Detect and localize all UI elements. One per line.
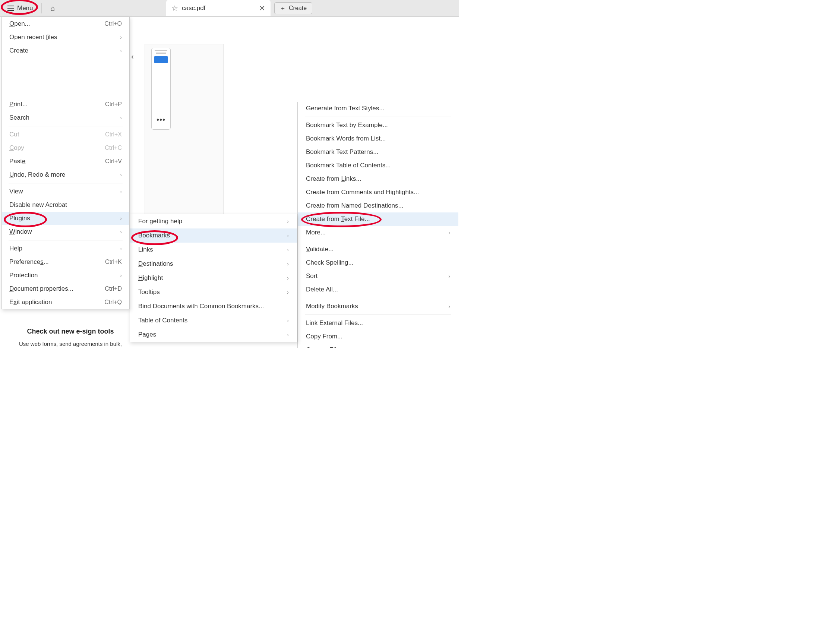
bm-create-from-text-file[interactable]: Create from Text File...	[298, 212, 458, 226]
menu-cut: Cut Ctrl+X	[2, 128, 129, 141]
esign-subtitle: Use web forms, send agreements in bulk,	[9, 341, 132, 347]
shortcut: Ctrl+O	[104, 21, 122, 27]
create-button[interactable]: ＋ Create	[274, 2, 312, 14]
submenu-highlight[interactable]: Highlight ›	[130, 271, 297, 285]
chevron-right-icon: ›	[120, 229, 122, 235]
menu-open[interactable]: Open... Ctrl+O	[2, 17, 129, 31]
bm-create-from-comments[interactable]: Create from Comments and Highlights...	[298, 186, 458, 199]
bm-copy-to-files[interactable]: Copy to Files...	[298, 343, 458, 348]
menu-open-recent[interactable]: Open recent files ›	[2, 31, 129, 44]
submenu-for-getting-help[interactable]: For getting help ›	[130, 214, 297, 228]
tab-title: casc.pdf	[182, 5, 255, 12]
menu-create[interactable]: Create ›	[2, 44, 129, 57]
bm-validate[interactable]: Validate...	[298, 243, 458, 256]
chevron-right-icon: ›	[120, 215, 122, 222]
menu-search[interactable]: Search ›	[2, 111, 129, 125]
submenu-pages[interactable]: Pages ›	[130, 328, 297, 342]
toolbar-divider	[41, 3, 42, 13]
menu-print[interactable]: Print... Ctrl+P	[2, 98, 129, 111]
shortcut: Ctrl+K	[105, 259, 122, 265]
menu-preferences[interactable]: Preferences... Ctrl+K	[2, 255, 129, 269]
bm-create-from-named-destinations[interactable]: Create from Named Destinations...	[298, 199, 458, 212]
menu-plugins[interactable]: Plugins ›	[2, 212, 129, 225]
star-icon[interactable]: ☆	[171, 4, 178, 13]
menu-document-properties[interactable]: Document properties... Ctrl+D	[2, 282, 129, 296]
create-label: Create	[289, 5, 307, 11]
bm-copy-from[interactable]: Copy From...	[298, 330, 458, 343]
shortcut: Ctrl+P	[105, 101, 122, 108]
menu-label: Menu	[17, 5, 33, 12]
document-tab[interactable]: ☆ casc.pdf ✕	[166, 0, 270, 16]
plus-icon: ＋	[280, 5, 286, 12]
submenu-tooltips[interactable]: Tooltips ›	[130, 285, 297, 299]
bm-table-of-contents[interactable]: Bookmark Table of Contents...	[298, 159, 458, 172]
chevron-right-icon: ›	[448, 230, 450, 236]
chevron-right-icon: ›	[287, 247, 289, 253]
bm-sort[interactable]: Sort ›	[298, 269, 458, 283]
bm-modify-bookmarks[interactable]: Modify Bookmarks ›	[298, 299, 458, 313]
menu-undo-redo[interactable]: Undo, Redo & more ›	[2, 168, 129, 181]
chevron-right-icon: ›	[448, 273, 450, 279]
menu-separator	[8, 183, 123, 183]
shortcut: Ctrl+V	[105, 158, 122, 165]
bm-link-external-files[interactable]: Link External Files...	[298, 316, 458, 330]
menu-separator	[305, 117, 451, 117]
bm-generate-from-text-styles[interactable]: Generate from Text Styles...	[298, 102, 458, 115]
menu-view[interactable]: View ›	[2, 185, 129, 198]
menu-separator	[8, 240, 123, 240]
chevron-right-icon: ›	[287, 218, 289, 224]
chevron-right-icon: ›	[120, 48, 122, 53]
menu-disable-new-acrobat[interactable]: Disable new Acrobat	[2, 198, 129, 212]
menu-separator	[305, 314, 451, 315]
toolbar: Menu ⌂ ☆ casc.pdf ✕ ＋ Create	[0, 0, 459, 17]
chevron-right-icon: ›	[287, 261, 289, 267]
bm-check-spelling[interactable]: Check Spelling...	[298, 256, 458, 269]
menu-button[interactable]: Menu	[3, 2, 38, 14]
submenu-bind-documents[interactable]: Bind Documents with Common Bookmarks...	[130, 299, 297, 314]
chevron-right-icon: ›	[120, 246, 122, 252]
submenu-destinations[interactable]: Destinations ›	[130, 257, 297, 271]
shortcut: Ctrl+X	[105, 131, 122, 138]
shortcut: Ctrl+Q	[104, 299, 122, 306]
menu-help[interactable]: Help ›	[2, 242, 129, 255]
menu-copy: Copy Ctrl+C	[2, 141, 129, 155]
chevron-right-icon: ›	[287, 317, 289, 324]
esign-promo: Check out new e-sign tools Use web forms…	[9, 320, 132, 347]
shortcut: Ctrl+C	[105, 145, 122, 151]
collapse-icon[interactable]: ‹	[131, 52, 134, 61]
menu-paste[interactable]: Paste Ctrl+V	[2, 155, 129, 168]
bm-text-by-example[interactable]: Bookmark Text by Example...	[298, 118, 458, 132]
chevron-right-icon: ›	[120, 189, 122, 194]
bm-words-from-list[interactable]: Bookmark Words from List...	[298, 132, 458, 146]
menu-window[interactable]: Window ›	[2, 225, 129, 238]
menu-separator	[305, 241, 451, 241]
chevron-right-icon: ›	[120, 34, 122, 40]
menu-protection[interactable]: Protection ›	[2, 269, 129, 282]
bookmarks-submenu: Generate from Text Styles... Bookmark Te…	[297, 102, 458, 348]
menu-exit[interactable]: Exit application Ctrl+Q	[2, 296, 129, 309]
menu-separator	[305, 298, 451, 298]
bm-create-from-links[interactable]: Create from Links...	[298, 172, 458, 186]
chevron-right-icon: ›	[448, 303, 450, 309]
chevron-right-icon: ›	[287, 332, 289, 338]
main-menu: Open... Ctrl+O Open recent files › Creat…	[2, 17, 130, 309]
submenu-bookmarks[interactable]: Bookmarks ›	[130, 228, 297, 243]
bm-more[interactable]: More... ›	[298, 226, 458, 239]
bm-text-patterns[interactable]: Bookmark Text Patterns...	[298, 146, 458, 159]
home-icon[interactable]: ⌂	[51, 4, 55, 13]
submenu-table-of-contents[interactable]: Table of Contents ›	[130, 314, 297, 328]
bm-delete-all[interactable]: Delete All...	[298, 283, 458, 296]
close-tab-icon[interactable]: ✕	[259, 4, 265, 13]
chevron-right-icon: ›	[120, 172, 122, 178]
more-dots-icon[interactable]: •••	[157, 115, 165, 124]
chevron-right-icon: ›	[120, 115, 122, 121]
hamburger-icon	[8, 6, 14, 11]
plugins-submenu: For getting help › Bookmarks › Links › D…	[130, 214, 297, 342]
menu-separator	[8, 126, 123, 126]
chevron-right-icon: ›	[287, 289, 289, 295]
chevron-right-icon: ›	[287, 233, 289, 238]
chevron-right-icon: ›	[287, 275, 289, 281]
menu-gap	[2, 57, 129, 98]
esign-title: Check out new e-sign tools	[9, 328, 132, 335]
submenu-links[interactable]: Links ›	[130, 243, 297, 257]
